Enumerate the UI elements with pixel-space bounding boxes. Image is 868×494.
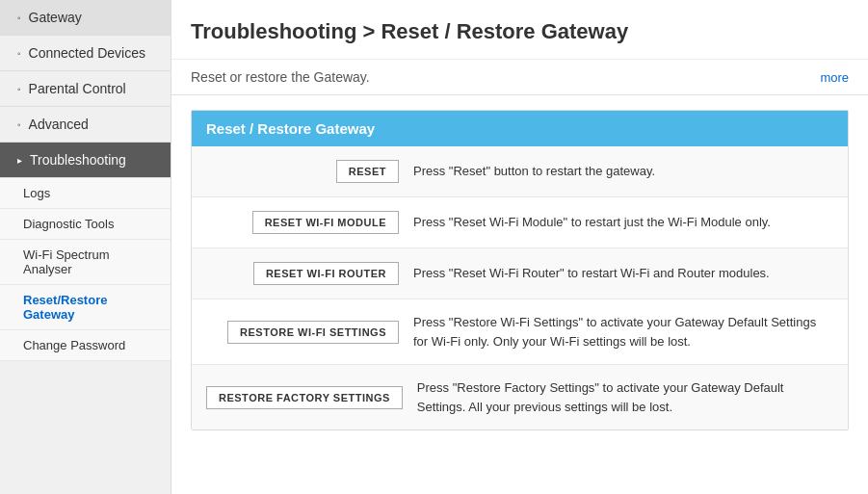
sidebar-sub-item-diagnostic-tools[interactable]: Diagnostic Tools [0,209,171,240]
main-content: Troubleshooting > Reset / Restore Gatewa… [171,0,868,494]
sidebar-item-label: Gateway [29,10,82,25]
action-desc-restore-factory-settings: Press "Restore Factory Settings" to acti… [417,378,833,416]
card-header: Reset / Restore Gateway [192,111,848,146]
sidebar-sub-item-change-password[interactable]: Change Password [0,330,171,361]
btn-cell-reset: RESET [206,160,399,183]
chevron-icon: ◦ [17,48,21,59]
chevron-icon: ◦ [17,119,21,130]
sidebar-item-label: Troubleshooting [30,152,126,168]
chevron-right-icon: ▸ [17,155,22,166]
sidebar-sub-item-logs[interactable]: Logs [0,178,171,209]
action-desc-reset-wifi-router: Press "Reset Wi-Fi Router" to restart Wi… [413,264,833,283]
sidebar-sub-item-label: Logs [23,186,50,200]
reset-button[interactable]: RESET [336,160,399,183]
action-desc-restore-wifi-settings: Press "Restore Wi-Fi Settings" to activa… [413,313,833,351]
sidebar-sub-item-label: Reset/Restore Gateway [23,293,107,322]
action-desc-reset: Press "Reset" button to restart the gate… [413,162,833,181]
action-row-reset-wifi-module: RESET WI-FI MODULE Press "Reset Wi-Fi Mo… [192,197,848,248]
sidebar-item-label: Advanced [29,117,89,132]
sidebar-sub-item-reset-restore[interactable]: Reset/Restore Gateway [0,285,171,330]
reset-wifi-router-button[interactable]: RESET WI-FI ROUTER [253,262,399,285]
restore-factory-settings-button[interactable]: RESTORE FACTORY SETTINGS [206,386,403,409]
description-bar: Reset or restore the Gateway. more [171,60,868,95]
sidebar-sub-item-label: Wi-Fi Spectrum Analyser [23,247,110,276]
more-link[interactable]: more [820,70,849,85]
reset-restore-card: Reset / Restore Gateway RESET Press "Res… [191,110,849,430]
sidebar-item-parental-control[interactable]: ◦ Parental Control [0,71,171,107]
sidebar-item-troubleshooting[interactable]: ▸ Troubleshooting [0,143,171,178]
sidebar-sub-item-label: Change Password [23,338,125,352]
sidebar-item-label: Connected Devices [29,45,145,61]
btn-cell-restore-factory-settings: RESTORE FACTORY SETTINGS [206,386,403,409]
action-desc-reset-wifi-module: Press "Reset Wi-Fi Module" to restart ju… [413,213,833,232]
btn-cell-reset-wifi-router: RESET WI-FI ROUTER [206,262,399,285]
action-row-restore-factory-settings: RESTORE FACTORY SETTINGS Press "Restore … [192,365,848,429]
sidebar-item-connected-devices[interactable]: ◦ Connected Devices [0,36,171,71]
action-row-restore-wifi-settings: RESTORE WI-FI SETTINGS Press "Restore Wi… [192,299,848,365]
sidebar-sub-item-wifi-spectrum[interactable]: Wi-Fi Spectrum Analyser [0,240,171,285]
chevron-icon: ◦ [17,13,21,23]
sidebar-item-gateway[interactable]: ◦ Gateway [0,0,171,36]
btn-cell-reset-wifi-module: RESET WI-FI MODULE [206,211,399,234]
chevron-icon: ◦ [17,84,21,94]
restore-wifi-settings-button[interactable]: RESTORE WI-FI SETTINGS [227,321,399,344]
action-row-reset-wifi-router: RESET WI-FI ROUTER Press "Reset Wi-Fi Ro… [192,248,848,299]
sidebar-item-label: Parental Control [29,81,126,96]
btn-cell-restore-wifi-settings: RESTORE WI-FI SETTINGS [206,321,399,344]
description-text: Reset or restore the Gateway. [191,69,370,85]
sidebar-item-advanced[interactable]: ◦ Advanced [0,107,171,143]
sidebar: ◦ Gateway ◦ Connected Devices ◦ Parental… [0,0,171,494]
page-title: Troubleshooting > Reset / Restore Gatewa… [171,0,868,60]
action-row-reset: RESET Press "Reset" button to restart th… [192,146,848,197]
sidebar-sub-item-label: Diagnostic Tools [23,217,114,231]
reset-wifi-module-button[interactable]: RESET WI-FI MODULE [252,211,399,234]
